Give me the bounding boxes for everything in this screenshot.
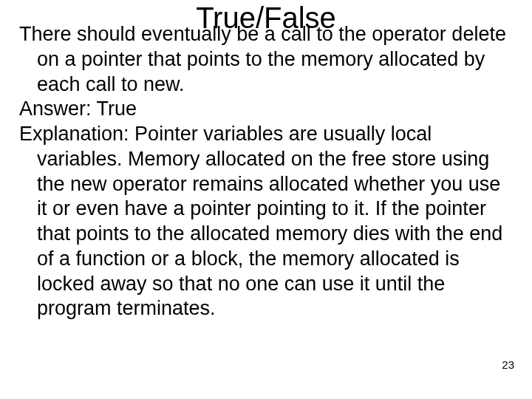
answer-value: True [97, 98, 137, 120]
explanation-text: Pointer variables are usually local vari… [37, 123, 502, 319]
slide-body: There should eventually be a call to the… [19, 22, 513, 321]
explanation-line: Explanation: Pointer variables are usual… [19, 122, 513, 321]
page-number: 23 [502, 358, 514, 371]
question-text: There should eventually be a call to the… [19, 22, 513, 97]
explanation-label: Explanation: [19, 123, 134, 145]
answer-line: Answer: True [19, 97, 513, 122]
slide: True/False There should eventually be a … [0, 0, 532, 399]
answer-label: Answer: [19, 98, 97, 120]
